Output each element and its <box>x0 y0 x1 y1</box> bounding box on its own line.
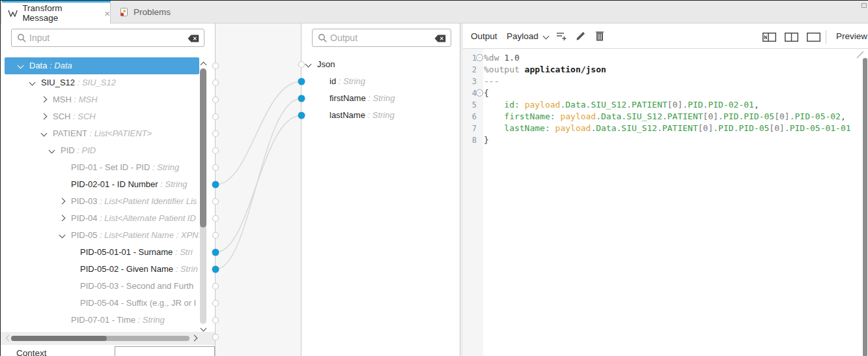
tree-row-json[interactable]: Json <box>302 56 458 73</box>
caret-down-icon[interactable] <box>18 63 24 69</box>
line-number: 6 <box>465 111 477 123</box>
tab-transform-message[interactable]: Transform Message × <box>2 1 111 23</box>
fold-toggle-icon[interactable]: − <box>476 54 483 61</box>
clear-search-icon[interactable] <box>188 35 199 42</box>
caret-right-icon[interactable] <box>59 198 66 205</box>
input-port[interactable] <box>213 301 219 306</box>
tree-row-id[interactable]: id : String <box>302 73 458 90</box>
node-type: : String <box>336 76 365 86</box>
line-number: 3 <box>465 76 477 87</box>
tree-row-pid-05-02-given-name[interactable]: PID-05-02 - Given Name : Strin <box>5 261 199 278</box>
minimize-view-icon[interactable] <box>861 3 867 8</box>
input-port[interactable] <box>213 233 219 239</box>
preview-button[interactable]: Preview <box>836 31 867 41</box>
caret-right-icon[interactable] <box>41 113 48 120</box>
node-type: : SIU_S12 <box>75 78 116 87</box>
tree-row-pid-02-01-id-number[interactable]: PID-02-01 - ID Number : String <box>5 176 199 193</box>
tree-row-firstname[interactable]: firstName : String <box>302 90 458 107</box>
caret-down-icon[interactable] <box>41 130 48 137</box>
input-port[interactable] <box>213 63 219 69</box>
horizontal-scrollbar-thumb[interactable] <box>11 336 107 341</box>
input-port[interactable] <box>213 284 219 289</box>
close-icon[interactable]: × <box>104 8 110 18</box>
caret-down-icon[interactable] <box>59 232 66 239</box>
code-token-plain <box>520 100 525 110</box>
code-token-dot: . <box>682 100 688 110</box>
input-port[interactable] <box>212 181 219 188</box>
tree-row-pid-01-set-id-pid[interactable]: PID-01 - Set ID - PID : String <box>5 159 199 176</box>
input-tree: Data : DataSIU_S12 : SIU_S12MSH : MSHSCH… <box>5 57 199 329</box>
tree-row-pid-05[interactable]: PID-05 : List<Patient Name : XPN> <box>5 227 199 244</box>
input-port[interactable] <box>213 80 219 86</box>
caret-down-icon[interactable] <box>49 147 55 154</box>
transform-message-window: Transform Message × Problems Data : Data… <box>0 0 868 356</box>
caret-down-icon[interactable] <box>29 80 36 86</box>
edit-pencil-icon[interactable] <box>576 31 586 41</box>
code-token-plain: 1.0 <box>499 53 519 63</box>
context-section-label: Context <box>16 348 47 356</box>
tree-row-pid-07-01-time[interactable]: PID-07-01 - Time : String <box>5 312 199 329</box>
code-token-idx: [0] <box>774 111 789 121</box>
output-port-lastName[interactable] <box>298 112 305 119</box>
code-token-field: Data <box>565 100 585 110</box>
node-name: PID-07-01 - Time <box>71 315 135 325</box>
tree-row-pid-04[interactable]: PID-04 : List<Alternate Patient ID <box>5 210 199 227</box>
code-line: --- <box>484 76 868 87</box>
input-port[interactable] <box>213 148 219 154</box>
tree-row-siu-s12[interactable]: SIU_S12 : SIU_S12 <box>5 74 199 91</box>
tree-row-pid-03[interactable]: PID-03 : List<Patient Identifier Lis <box>5 193 199 210</box>
tree-row-pid-05-03-second-and-furth[interactable]: PID-05-03 - Second and Furth <box>5 278 199 295</box>
code-token-dot: . <box>621 111 626 121</box>
node-type: : String <box>366 93 395 103</box>
input-port[interactable] <box>213 334 219 340</box>
input-port[interactable] <box>213 114 219 120</box>
input-port[interactable] <box>213 97 219 103</box>
code-token-field: Data <box>596 123 616 133</box>
caret-right-icon[interactable] <box>59 215 66 222</box>
output-port-id[interactable] <box>298 78 305 85</box>
payload-dropdown[interactable]: Payload <box>507 31 539 41</box>
input-port[interactable] <box>213 165 219 171</box>
tree-row-pid[interactable]: PID : PID <box>5 142 199 159</box>
tab-problems[interactable]: Problems <box>113 1 177 23</box>
node-name: PID-05-01-01 - Surname <box>80 247 173 257</box>
tree-row-msh[interactable]: MSH : MSH <box>5 91 199 108</box>
caret-right-icon[interactable] <box>41 96 48 103</box>
editor-scrollbar-thumb[interactable] <box>863 58 867 356</box>
node-type: : List<PATIENT> <box>87 128 152 138</box>
vertical-scrollbar-thumb[interactable] <box>200 68 206 228</box>
input-port[interactable] <box>213 199 219 205</box>
view-tree-code-icon[interactable] <box>763 33 776 42</box>
input-search-field[interactable] <box>29 30 187 46</box>
code-token-media: application/json <box>520 65 606 74</box>
input-port[interactable] <box>212 249 219 256</box>
input-port[interactable] <box>213 131 219 137</box>
node-name: id <box>329 76 336 86</box>
tree-row-patient[interactable]: PATIENT : List<PATIENT> <box>5 125 199 142</box>
node-name: SIU_S12 <box>41 78 75 87</box>
add-field-icon[interactable] <box>556 31 567 41</box>
node-name: PID-05-04 - Suffix (e.g., JR or I <box>80 298 196 308</box>
view-single-icon[interactable] <box>807 33 820 42</box>
tree-row-sch[interactable]: SCH : SCH <box>5 108 199 125</box>
tree-row-pid-05-01-01-surname[interactable]: PID-05-01-01 - Surname : Stri <box>5 244 199 261</box>
delete-trash-icon[interactable] <box>595 31 604 41</box>
output-tree: Jsonid : StringfirstName : StringlastNam… <box>302 56 458 128</box>
node-name: PATIENT <box>53 128 87 138</box>
dataweave-code-editor[interactable]: %dw 1.0%output application/json---{ id: … <box>484 49 868 356</box>
input-port[interactable] <box>213 318 219 323</box>
clear-search-icon[interactable] <box>434 35 446 42</box>
input-port[interactable] <box>212 266 219 273</box>
tree-row-data[interactable]: Data : Data <box>5 57 199 74</box>
code-token-dot: . <box>626 100 632 110</box>
output-port-Json[interactable] <box>299 62 305 68</box>
view-split-icon[interactable] <box>785 33 798 42</box>
tree-row-pid-05-04-suffix-e-g-jr-or-i[interactable]: PID-05-04 - Suffix (e.g., JR or I <box>5 295 199 312</box>
context-input-box[interactable] <box>115 346 215 356</box>
fold-toggle-icon[interactable]: − <box>476 89 483 96</box>
output-search-field[interactable] <box>330 30 434 46</box>
output-port-firstName[interactable] <box>298 95 305 102</box>
input-port[interactable] <box>213 216 219 222</box>
line-number: 2 <box>465 64 477 76</box>
tree-row-lastname[interactable]: lastName : String <box>302 107 458 124</box>
